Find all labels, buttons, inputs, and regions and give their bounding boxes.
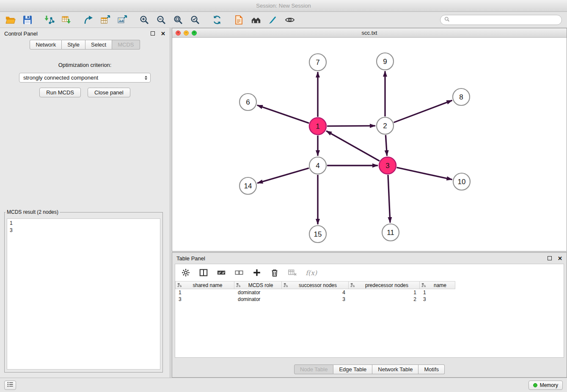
search-box[interactable] xyxy=(440,15,562,25)
graph-node-11[interactable]: 11 xyxy=(382,224,399,241)
optimization-select[interactable]: strongly connected component xyxy=(19,73,151,83)
close-panel-button[interactable]: Close panel xyxy=(88,88,130,97)
column-header-shared-name[interactable]: shared name xyxy=(175,281,234,289)
tab-select[interactable]: Select xyxy=(85,40,112,50)
svg-text:15: 15 xyxy=(314,230,322,238)
run-mcds-button[interactable]: Run MCDS xyxy=(39,88,81,97)
float-table-panel-icon[interactable] xyxy=(548,256,552,260)
column-header-name[interactable]: name xyxy=(420,281,455,289)
column-selector-icon[interactable] xyxy=(198,267,209,278)
column-edit-icon[interactable] xyxy=(236,283,241,287)
graph-node-2[interactable]: 2 xyxy=(377,117,394,134)
table-row[interactable]: 3dominator323 xyxy=(175,296,564,303)
graph-edge-2-3[interactable] xyxy=(385,135,387,156)
export-table-icon[interactable] xyxy=(100,14,111,25)
table-cell: 3 xyxy=(420,296,455,303)
graph-edge-3-10[interactable] xyxy=(396,168,452,179)
close-table-panel-icon[interactable]: ✕ xyxy=(558,256,562,261)
task-history-button[interactable] xyxy=(4,381,16,390)
graph-edge-2-8[interactable] xyxy=(394,100,452,122)
graph-node-7[interactable]: 7 xyxy=(309,54,326,71)
graph-node-14[interactable]: 14 xyxy=(239,177,256,194)
import-network-icon[interactable] xyxy=(44,14,55,25)
table-panel-header: Table Panel ✕ xyxy=(172,253,567,264)
export-network-icon[interactable] xyxy=(83,14,94,25)
tab-node-table[interactable]: Node Table xyxy=(294,364,334,374)
graph-node-6[interactable]: 6 xyxy=(239,94,256,110)
column-header-predecessor-nodes[interactable]: predecessor nodes xyxy=(349,281,420,289)
tab-edge-table[interactable]: Edge Table xyxy=(333,364,372,374)
graph-node-9[interactable]: 9 xyxy=(377,53,394,70)
float-panel-icon[interactable] xyxy=(151,31,155,36)
mcds-result-list[interactable]: 13 xyxy=(7,218,160,370)
graph-node-4[interactable]: 4 xyxy=(309,157,326,174)
save-session-icon[interactable] xyxy=(22,14,33,25)
delete-row-icon[interactable] xyxy=(269,267,280,278)
control-panel-tabs: NetworkStyleSelectMCDS xyxy=(0,40,170,50)
memory-button[interactable]: Memory xyxy=(528,381,563,390)
close-traffic-icon[interactable]: × xyxy=(176,30,181,36)
zoom-out-icon[interactable] xyxy=(156,14,167,25)
settings-gear-icon[interactable] xyxy=(180,267,191,278)
graph-edge-3-11[interactable] xyxy=(388,175,390,223)
tab-network-table[interactable]: Network Table xyxy=(372,364,418,374)
column-edit-icon[interactable] xyxy=(421,283,426,287)
export-image-icon[interactable] xyxy=(117,14,128,25)
import-table-icon[interactable] xyxy=(61,14,72,25)
column-header-label: shared name xyxy=(183,282,232,288)
graph-node-3[interactable]: 3 xyxy=(379,157,396,174)
eye-icon[interactable] xyxy=(284,14,295,25)
graph-edge-4-14[interactable] xyxy=(257,168,309,183)
zoom-fit-icon[interactable] xyxy=(173,14,184,25)
network-canvas[interactable]: 7968124314101511 xyxy=(172,38,567,251)
svg-text:6: 6 xyxy=(246,98,250,106)
search-input[interactable] xyxy=(452,17,558,23)
column-header-MCDS-role[interactable]: MCDS role xyxy=(234,281,282,289)
tab-style[interactable]: Style xyxy=(62,40,85,50)
tab-network[interactable]: Network xyxy=(30,40,62,50)
graph-edge-1-6[interactable] xyxy=(257,105,309,123)
column-edit-icon[interactable] xyxy=(177,283,182,287)
svg-text:4: 4 xyxy=(316,162,319,170)
graph-edge-1-2[interactable] xyxy=(327,126,375,126)
memory-button-label: Memory xyxy=(540,382,558,388)
column-edit-icon[interactable] xyxy=(284,283,288,287)
add-row-icon[interactable] xyxy=(251,267,262,278)
control-panel-title: Control Panel xyxy=(4,30,38,37)
open-file-icon[interactable] xyxy=(5,14,16,25)
minimize-traffic-icon[interactable]: − xyxy=(184,30,189,36)
refresh-layout-icon[interactable] xyxy=(212,14,223,25)
svg-text:2: 2 xyxy=(383,122,387,130)
optimization-select-value: strongly connected component xyxy=(23,75,145,81)
table-row[interactable]: 1dominator411 xyxy=(175,289,564,296)
table-header-row: shared nameMCDS rolesuccessor nodesprede… xyxy=(175,281,564,289)
graph-node-8[interactable]: 8 xyxy=(453,88,470,105)
select-all-icon[interactable] xyxy=(216,267,227,278)
list-icon xyxy=(7,381,14,389)
svg-text:14: 14 xyxy=(244,182,252,190)
zoom-in-icon[interactable] xyxy=(139,14,150,25)
zoom-traffic-icon[interactable]: + xyxy=(192,30,197,36)
column-edit-icon[interactable] xyxy=(350,283,355,287)
column-header-successor-nodes[interactable]: successor nodes xyxy=(282,281,349,289)
graph-edge-3-1[interactable] xyxy=(326,131,380,161)
table-tabs: Node TableEdge TableNetwork TableMotifs xyxy=(172,364,567,374)
control-panel-content: Optimization criterion: strongly connect… xyxy=(0,52,170,378)
tab-motifs[interactable]: Motifs xyxy=(418,364,445,374)
network-window-titlebar[interactable]: scc.txt ×−+ xyxy=(172,28,567,38)
close-panel-icon[interactable]: ✕ xyxy=(161,31,165,36)
homes-icon[interactable] xyxy=(250,14,261,25)
table-toolbar: f(x) xyxy=(175,264,564,281)
zoom-selected-icon[interactable] xyxy=(190,14,201,25)
deselect-all-icon[interactable] xyxy=(234,267,245,278)
tab-mcds[interactable]: MCDS xyxy=(112,40,140,50)
document-share-icon[interactable] xyxy=(234,14,245,25)
memory-status-icon xyxy=(533,383,537,387)
graph-node-1[interactable]: 1 xyxy=(309,118,326,135)
svg-text:8: 8 xyxy=(459,93,463,101)
graph-node-10[interactable]: 10 xyxy=(453,173,470,190)
table-cell: 3 xyxy=(282,296,349,303)
graph-node-15[interactable]: 15 xyxy=(309,226,326,243)
toolbar-groups xyxy=(0,14,440,25)
brush-icon[interactable] xyxy=(267,14,278,25)
